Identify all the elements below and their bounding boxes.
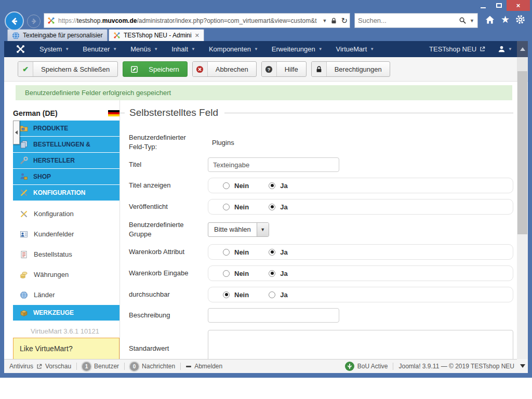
radio-group-durchsuchbar: Nein Ja bbox=[208, 287, 513, 302]
browser-window: × https://testshop.muvcom.de/administrat… bbox=[0, 0, 532, 378]
menu-erweiterungen[interactable]: Erweiterungen▼ bbox=[265, 41, 329, 57]
radio-circle[interactable] bbox=[269, 291, 275, 298]
radio-option-ja[interactable]: Ja bbox=[269, 291, 287, 299]
messages[interactable]: 0 Nachrichten bbox=[130, 362, 175, 371]
sidebar-item-label: Währungen bbox=[34, 271, 69, 278]
antivirus-link[interactable]: Antivirus Vorschau bbox=[9, 363, 71, 370]
settings-gear-icon[interactable] bbox=[515, 14, 526, 25]
sidebar-sub-konfiguration[interactable]: Konfiguration bbox=[13, 204, 119, 224]
save-button[interactable]: Speichern bbox=[123, 61, 188, 77]
forward-button[interactable] bbox=[27, 15, 41, 28]
radio-circle[interactable] bbox=[223, 270, 230, 277]
sidebar-sub-kundenfelder[interactable]: Kundenfelder bbox=[13, 224, 119, 244]
home-icon[interactable] bbox=[484, 15, 496, 25]
radio-circle[interactable] bbox=[223, 249, 230, 256]
radio-option-nein[interactable]: Nein bbox=[223, 291, 249, 299]
sidebar-item-produkte[interactable]: PRODUKTE bbox=[13, 121, 119, 136]
save-close-button[interactable]: ✔ Speichern & Schließen bbox=[18, 61, 118, 77]
radio-circle-checked[interactable] bbox=[269, 182, 275, 189]
radio-group-warenkorb-attribut: Nein Ja bbox=[208, 244, 513, 260]
tab-testshop-admin[interactable]: TESTshop NEU - Administra... ✕ bbox=[109, 29, 204, 41]
radio-option-ja[interactable]: Ja bbox=[269, 270, 287, 277]
close-icon: × bbox=[516, 2, 521, 9]
scrollbar-thumb[interactable] bbox=[517, 71, 527, 234]
radio-label: Nein bbox=[234, 270, 249, 277]
radio-option-ja[interactable]: Ja bbox=[269, 248, 287, 256]
minimize-button[interactable] bbox=[475, 0, 491, 11]
chevron-down-icon: ▼ bbox=[65, 47, 69, 51]
radio-circle-checked[interactable] bbox=[269, 204, 275, 210]
sidebar-item-werkzeuge[interactable]: WERKZEUGE bbox=[13, 305, 119, 321]
menu-system[interactable]: System▼ bbox=[33, 41, 76, 57]
radio-label: Ja bbox=[280, 248, 287, 256]
search-input[interactable] bbox=[358, 17, 459, 24]
address-bar[interactable]: https://testshop.muvcom.de/administrator… bbox=[44, 13, 350, 28]
sidebar-item-bestellungen[interactable]: BESTELLUNGEN & bbox=[13, 137, 119, 152]
radio-option-ja[interactable]: Ja bbox=[269, 182, 287, 190]
back-button[interactable] bbox=[5, 11, 24, 31]
order-status-icon bbox=[20, 250, 28, 259]
sidebar-item-hersteller[interactable]: HERSTELLER bbox=[13, 153, 119, 168]
field-row-warenkorb-attribut: Warenkorb Attribut Nein Ja bbox=[129, 244, 513, 260]
radio-option-nein[interactable]: Nein bbox=[223, 182, 249, 190]
menu-virtuemart[interactable]: VirtueMart▼ bbox=[329, 41, 381, 57]
site-preview-link[interactable]: TESTshop NEU bbox=[429, 45, 485, 53]
joomla-tab-icon bbox=[113, 32, 121, 39]
select-dropdown-icon[interactable]: ▼ bbox=[257, 223, 269, 236]
action-toolbar: ✔ Speichern & Schließen Speichern Abbrec… bbox=[4, 57, 528, 82]
tab-close-icon[interactable]: ✕ bbox=[195, 32, 200, 39]
field-label: Titel anzeigen bbox=[129, 181, 208, 190]
search-icon[interactable] bbox=[459, 17, 467, 24]
radio-circle[interactable] bbox=[223, 182, 230, 189]
maximize-button[interactable] bbox=[491, 0, 507, 11]
radio-circle-checked[interactable] bbox=[269, 249, 275, 256]
menu-menues[interactable]: Menüs▼ bbox=[124, 41, 165, 57]
orders-icon bbox=[20, 140, 28, 149]
search-box[interactable]: ▼ bbox=[354, 13, 478, 28]
sidebar-item-konfiguration-main[interactable]: KONFIGURATION bbox=[13, 185, 119, 201]
search-dropdown-icon[interactable]: ▼ bbox=[470, 18, 474, 23]
radio-option-nein[interactable]: Nein bbox=[223, 248, 249, 256]
sidebar-sub-waehrungen[interactable]: Währungen bbox=[13, 264, 119, 285]
radio-label: Ja bbox=[280, 203, 287, 211]
lock-icon[interactable] bbox=[330, 17, 337, 24]
menu-benutzer[interactable]: Benutzer▼ bbox=[76, 41, 124, 57]
field-row-veroeffentlicht: Veröffentlicht Nein Ja bbox=[129, 199, 513, 215]
radio-option-nein[interactable]: Nein bbox=[223, 203, 249, 211]
scroll-up-button[interactable] bbox=[517, 41, 528, 57]
products-icon bbox=[20, 124, 28, 132]
cancel-button[interactable]: Abbrechen bbox=[192, 61, 257, 77]
url-dropdown-icon[interactable]: ▼ bbox=[323, 18, 327, 23]
radio-circle-checked[interactable] bbox=[269, 270, 275, 277]
scroll-down-button[interactable] bbox=[517, 359, 528, 373]
radio-circle-checked[interactable] bbox=[223, 291, 230, 298]
titel-input[interactable] bbox=[208, 157, 339, 172]
permissions-button[interactable]: Berechtigungen bbox=[311, 61, 390, 77]
tab-bar: Texteingabe für personalisierte... TESTs… bbox=[4, 29, 528, 41]
sidebar-collapse-handle[interactable] bbox=[13, 121, 20, 144]
gruppe-select[interactable]: Bitte wählen ▼ bbox=[208, 222, 269, 237]
favorites-star-icon[interactable]: ★ bbox=[501, 14, 510, 25]
logout-link[interactable]: Abmelden bbox=[186, 363, 222, 370]
radio-label: Ja bbox=[280, 182, 287, 190]
help-button[interactable]: ? Hilfe bbox=[261, 61, 307, 77]
tab-texteingabe[interactable]: Texteingabe für personalisierte... bbox=[7, 29, 108, 41]
beschreibung-input[interactable] bbox=[208, 308, 339, 323]
user-menu[interactable]: ▼ bbox=[498, 45, 512, 53]
menu-inhalt[interactable]: Inhalt▼ bbox=[165, 41, 202, 57]
radio-option-ja[interactable]: Ja bbox=[269, 203, 287, 211]
page-scrollbar[interactable] bbox=[517, 41, 528, 373]
url-host: testshop. bbox=[77, 17, 102, 24]
refresh-icon[interactable]: ↻ bbox=[341, 16, 348, 25]
sidebar-sub-bestellstatus[interactable]: Bestellstatus bbox=[13, 244, 119, 264]
radio-option-nein[interactable]: Nein bbox=[223, 270, 249, 277]
menu-komponenten[interactable]: Komponenten▼ bbox=[202, 41, 265, 57]
radio-label: Ja bbox=[280, 270, 287, 277]
radio-circle[interactable] bbox=[223, 204, 230, 210]
sidebar-item-shop[interactable]: SHOP bbox=[13, 169, 119, 184]
tab-label: Texteingabe für personalisierte... bbox=[23, 32, 103, 39]
sidebar-sub-laender[interactable]: Länder bbox=[13, 285, 119, 305]
close-button[interactable]: × bbox=[507, 0, 530, 11]
virtuemart-version: VirtueMart 3.6.1 10121 bbox=[13, 321, 119, 338]
logged-in-users[interactable]: 1 Benutzer bbox=[82, 362, 119, 371]
